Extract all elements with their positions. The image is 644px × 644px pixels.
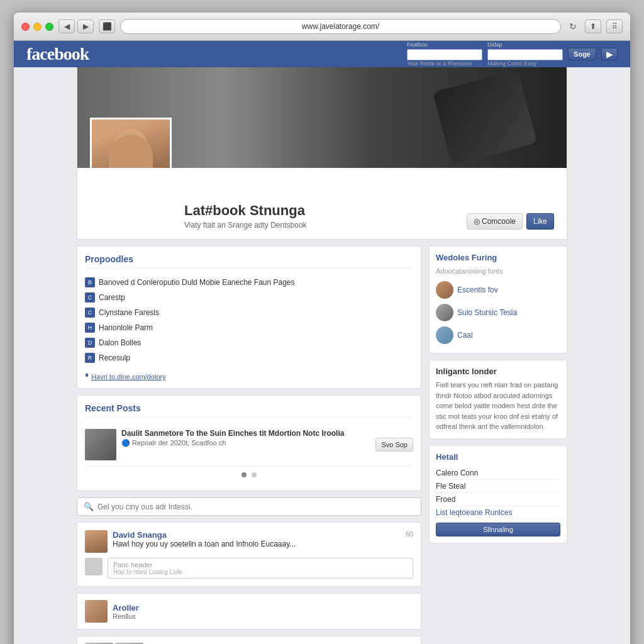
list-item: C Clynstane Faresls xyxy=(85,305,413,320)
friend-avatar-0 xyxy=(436,281,453,299)
email-label: Featboo xyxy=(407,42,482,48)
browser-share-button[interactable]: ⬆ xyxy=(585,19,601,33)
post-content: Daulit Sanmetore To the Suin Einches tit… xyxy=(121,429,370,460)
comment-avatar xyxy=(85,558,103,575)
friend-name-2[interactable]: Caal xyxy=(457,331,473,340)
facebook-logo: facebook xyxy=(26,44,89,64)
post-action-button[interactable]: Svo Sop xyxy=(375,438,413,452)
friend-name-1[interactable]: Sulo Stursic Tesla xyxy=(457,308,517,317)
maximize-button[interactable] xyxy=(45,23,53,31)
dot-1[interactable] xyxy=(242,472,247,477)
profile-avatar-container xyxy=(90,118,172,168)
nav-buttons: ◀ ▶ xyxy=(58,19,94,33)
feed-post-name[interactable]: David Snanga xyxy=(113,530,296,540)
back-button[interactable]: ◀ xyxy=(58,19,75,33)
friends-list: Escentls fov Sulo Stursic Tesla Caal xyxy=(436,279,560,347)
cover-graphic xyxy=(433,70,537,165)
address-bar[interactable]: www.javelatorage.com/ xyxy=(120,19,561,34)
aroller-info: Aroller Renllus xyxy=(113,603,413,620)
detail-label-1: Fle Steal xyxy=(436,482,465,491)
password-group: Didap Making Como Easy xyxy=(487,42,563,67)
prop-icon-5: R xyxy=(85,353,95,363)
list-item: H Hanonlole Parm xyxy=(85,320,413,335)
aroller-name[interactable]: Aroller xyxy=(113,603,413,613)
search-icon: 🔍 xyxy=(84,502,94,511)
list-item: D Dalon Bolles xyxy=(85,335,413,350)
dot-2[interactable] xyxy=(252,472,257,477)
aroller-avatar-img xyxy=(85,600,108,623)
signup-button[interactable]: ▶ xyxy=(601,48,618,60)
feed-post-count: 60 xyxy=(406,530,413,538)
friend-avatar-2 xyxy=(436,326,453,344)
friend-item-0: Escentls fov xyxy=(436,279,560,301)
website-link[interactable]: Havri to.dine.com/dolory xyxy=(91,373,166,380)
profile-area: Lat#book Stnunga Viaty ftalt an Srange a… xyxy=(77,67,567,240)
profile-info: Lat#book Stnunga Viaty ftalt an Srange a… xyxy=(77,168,567,239)
password-label: Didap xyxy=(487,42,563,48)
feed-post-text: Hawl hoy you uy soetelin a toan and Infn… xyxy=(113,540,296,548)
friends-widget: Wedoles Furing Adoocatanoning fonts Esce… xyxy=(429,246,567,353)
detail-title: Hetall xyxy=(436,452,560,462)
prop-icon-4: D xyxy=(85,338,95,348)
aroller-sub: Renllus xyxy=(113,613,413,620)
list-item: C Carestp xyxy=(85,290,413,305)
detail-item-1: Fle Steal xyxy=(436,480,560,493)
post-pagination xyxy=(85,470,413,479)
console-button[interactable]: ◎ Comcoole xyxy=(467,213,523,230)
email-hint: Your Reste or a Rhesome xyxy=(407,60,482,67)
info-widget: Inligantc londer Fiell tears you neft nl… xyxy=(429,360,567,439)
email-group: Featboo Your Reste or a Rhesome xyxy=(407,42,482,67)
friend-name-0[interactable]: Escentls fov xyxy=(457,286,498,294)
detail-widget: Hetall Calero Conn Fle Steal Froed List … xyxy=(429,445,567,543)
share-page-button[interactable]: ⬛ xyxy=(99,19,115,33)
detail-list: Calero Conn Fle Steal Froed List leqtoea… xyxy=(436,467,560,519)
prop-label-3: Hanonlole Parm xyxy=(99,323,153,332)
properties-widget: Propoodles B Banoved d Conleroputio Duld… xyxy=(77,246,421,389)
password-input[interactable] xyxy=(487,49,563,60)
detail-link-3[interactable]: List leqtoeane Runlces xyxy=(436,508,512,517)
more-button[interactable]: ⠿ xyxy=(606,19,623,33)
search-input[interactable] xyxy=(97,502,414,511)
detail-action-button[interactable]: Sllnnaling xyxy=(436,523,560,536)
prop-label-5: Recesulp xyxy=(99,353,130,362)
email-input[interactable] xyxy=(407,49,482,60)
post-title: Daulit Sanmetore To the Suin Einches tit… xyxy=(121,429,370,438)
traffic-lights xyxy=(21,23,53,31)
profile-actions: ◎ Comcoole Like xyxy=(467,213,554,230)
minimize-button[interactable] xyxy=(33,23,42,31)
prop-icon-2: C xyxy=(85,308,95,318)
forward-button[interactable]: ▶ xyxy=(77,19,94,33)
feed-post-info: David Snanga Hawl hoy you uy soetelin a … xyxy=(113,530,296,548)
like-button[interactable]: Like xyxy=(526,213,554,230)
recent-posts-title: Recent Posts xyxy=(85,403,413,418)
feed-post-header: David Snanga Hawl hoy you uy soetelin a … xyxy=(85,530,413,553)
browser-window: ◀ ▶ ⬛ www.javelatorage.com/ ↻ ⬆ ⠿ facebo… xyxy=(14,13,630,644)
recent-post-item: Daulit Sanmetore To the Suin Einches tit… xyxy=(85,424,413,466)
comment-sub: Hop to ntied Loaing Livle xyxy=(113,569,408,575)
main-content: Propoodles B Banoved d Conleroputio Duld… xyxy=(77,240,567,644)
login-button[interactable]: Soge xyxy=(568,48,596,60)
comment-area: Paric header Hop to ntied Loaing Livle xyxy=(85,558,413,579)
friend-avatar-1 xyxy=(436,304,453,321)
cover-photo xyxy=(77,67,567,168)
reload-button[interactable]: ↻ xyxy=(566,19,580,33)
comment-box[interactable]: Paric header Hop to ntied Loaing Livle xyxy=(108,558,413,579)
friends-subtitle: Adoocatanoning fonts xyxy=(436,267,560,275)
feed-avatar-david xyxy=(85,530,108,553)
detail-item-2: Froed xyxy=(436,493,560,506)
search-bar[interactable]: 🔍 xyxy=(77,497,421,516)
close-button[interactable] xyxy=(21,23,30,31)
profile-subtitle: Viaty ftalt an Srange adty Dentsbook xyxy=(184,221,307,230)
facebook-header: facebook Featboo Your Reste or a Rhesome… xyxy=(14,41,630,67)
friends-title: Wedoles Furing xyxy=(436,253,560,262)
bottom-post: Deprong to cantrele Letaste of Henerhe M… xyxy=(77,636,421,644)
profile-avatar xyxy=(92,119,170,168)
feed-avatar-img xyxy=(85,530,108,553)
profile-text: Lat#book Stnunga Viaty ftalt an Srange a… xyxy=(184,203,307,230)
detail-label-2: Froed xyxy=(436,495,455,504)
list-item: B Banoved d Conleroputio Duld Mobie Eane… xyxy=(85,275,413,290)
properties-list: B Banoved d Conleroputio Duld Mobie Eane… xyxy=(85,275,413,365)
header-right: Featboo Your Reste or a Rhesome Didap Ma… xyxy=(407,42,618,67)
left-column: Propoodles B Banoved d Conleroputio Duld… xyxy=(77,246,421,644)
prop-label-0: Banoved d Conleroputio Duld Mobie Eanech… xyxy=(99,278,295,287)
